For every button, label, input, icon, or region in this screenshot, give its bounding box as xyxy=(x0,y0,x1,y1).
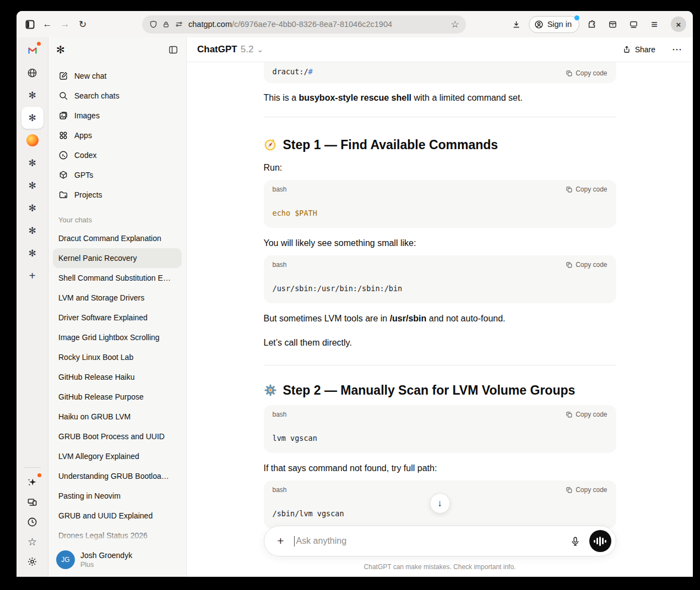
tab-chatgpt-5[interactable]: ✻ xyxy=(21,220,44,242)
message-composer[interactable]: + Ask anything xyxy=(264,526,616,556)
tab-overview-icon[interactable] xyxy=(21,15,39,33)
archive-icon[interactable] xyxy=(604,15,621,33)
copy-code-button[interactable]: Copy code xyxy=(566,411,607,418)
share-icon xyxy=(622,45,631,54)
reload-button[interactable]: ↻ xyxy=(74,15,91,33)
code-block-header: bash Copy code xyxy=(264,180,616,194)
toolbar-right-cluster: Sign in ≡ × xyxy=(508,15,686,33)
chat-list[interactable]: Dracut Command Explanation Kernel Panic … xyxy=(48,228,186,577)
code-text: /usr/sbin:/usr/bin:/sbin:/bin xyxy=(264,269,616,303)
chat-item[interactable]: Understanding GRUB Bootloa… xyxy=(53,466,182,486)
code-language-label: bash xyxy=(273,411,287,418)
url-bar[interactable]: chatgpt.com/c/6976ae7e-4bb0-8326-8ea7-81… xyxy=(142,15,466,34)
user-name: Josh Groendyk xyxy=(80,551,132,560)
scroll-to-bottom-button[interactable]: ↓ xyxy=(430,493,450,513)
sidebar-item-new-chat[interactable]: New chat xyxy=(53,66,182,86)
bookmarks-star-button[interactable]: ☆ xyxy=(21,532,44,551)
tab-chatgpt-4[interactable]: ✻ xyxy=(21,197,44,219)
sidebar-item-search-chats[interactable]: Search chats xyxy=(53,86,182,106)
chat-item[interactable]: Pasting in Neovim xyxy=(53,486,182,506)
bold-text: busybox-style rescue shell xyxy=(299,93,412,102)
waveform-bar xyxy=(605,540,606,543)
new-tab-button[interactable]: + xyxy=(21,265,44,287)
vertical-tab-strip: ✻ ✻ ✻ ✻ ✻ ✻ ✻ + xyxy=(17,37,48,577)
copy-code-button[interactable]: Copy code xyxy=(566,185,607,193)
heading-text: Step 2 — Manually Scan for LVM Volume Gr… xyxy=(283,382,576,398)
collapse-sidebar-icon[interactable] xyxy=(168,45,178,55)
copy-code-button[interactable]: Copy code xyxy=(566,261,607,269)
dictate-mic-icon[interactable] xyxy=(566,532,585,550)
code-block-path-output: bash Copy code /usr/sbin:/usr/bin:/sbin:… xyxy=(264,255,616,303)
window-panel-icon[interactable] xyxy=(625,15,642,33)
paragraph: This is a busybox-style rescue shell wit… xyxy=(264,91,616,105)
extensions-icon[interactable] xyxy=(583,15,600,33)
header-actions: Share ⋯ xyxy=(622,43,682,56)
tab-gmail[interactable] xyxy=(21,39,44,61)
tab-chatgpt-active[interactable]: ✻ xyxy=(21,107,44,129)
copy-code-button[interactable]: Copy code xyxy=(566,69,607,77)
share-button[interactable]: Share xyxy=(622,45,655,54)
chatgpt-icon: ✻ xyxy=(28,112,36,124)
waveform-bar xyxy=(596,538,598,544)
sidebar-item-gpts[interactable]: GPTs xyxy=(53,165,182,185)
chat-item[interactable]: LVM Allegory Explained xyxy=(53,446,182,466)
sidebar-item-images[interactable]: Images xyxy=(53,106,182,125)
chat-item[interactable]: Rocky Linux Boot Lab xyxy=(53,347,182,367)
gear-emoji-icon xyxy=(264,384,277,397)
chat-item[interactable]: Haiku on GRUB LVM xyxy=(53,407,182,427)
sidebar-item-codex[interactable]: Codex xyxy=(53,145,182,165)
url-host: chatgpt.com xyxy=(188,20,232,29)
message-input[interactable]: Ask anything xyxy=(294,536,562,547)
new-chat-icon xyxy=(58,71,68,81)
sidebar-header: ✻ xyxy=(48,37,186,62)
downloads-icon[interactable] xyxy=(508,15,525,33)
ai-chatbot-button[interactable] xyxy=(21,472,44,492)
tab-chatgpt-3[interactable]: ✻ xyxy=(21,174,44,196)
voice-mode-button[interactable] xyxy=(589,530,611,552)
user-profile-row[interactable]: JG Josh Groendyk Plus xyxy=(48,543,186,577)
chatgpt-icon: ✻ xyxy=(28,248,36,259)
chat-item[interactable]: Image Grid Lightbox Scrolling xyxy=(53,327,182,347)
close-window-button[interactable]: × xyxy=(671,17,686,32)
openai-logo-icon[interactable]: ✻ xyxy=(56,43,65,56)
copy-code-button[interactable]: Copy code xyxy=(566,486,607,494)
chat-item[interactable]: LVM and Storage Drivers xyxy=(53,288,182,308)
menu-hamburger-icon[interactable]: ≡ xyxy=(645,15,663,33)
chat-item[interactable]: Driver Software Explained xyxy=(53,308,182,327)
settings-gear-button[interactable] xyxy=(21,551,44,571)
model-version[interactable]: 5.2 xyxy=(241,44,254,55)
attach-plus-icon[interactable]: + xyxy=(272,532,290,550)
disclaimer-text: ChatGPT can make mistakes. Check importa… xyxy=(187,563,693,571)
lock-icon[interactable] xyxy=(162,20,170,29)
chat-item[interactable]: GRUB Boot Process and UUID xyxy=(53,427,182,446)
tab-chatgpt-6[interactable]: ✻ xyxy=(21,242,44,264)
back-button[interactable]: ← xyxy=(39,15,56,33)
permissions-icon[interactable] xyxy=(175,20,183,28)
sign-in-button[interactable]: Sign in xyxy=(529,16,579,33)
chat-item[interactable]: GRUB and UUID Explained xyxy=(53,506,182,526)
code-block-header: bash Copy code xyxy=(264,480,616,494)
chat-item[interactable]: GitHub Release Haiku xyxy=(53,367,182,387)
more-options-icon[interactable]: ⋯ xyxy=(672,43,682,56)
sidebar-item-projects[interactable]: Projects xyxy=(53,185,182,205)
chat-item-selected[interactable]: Kernel Panic Recovery xyxy=(53,248,182,268)
tab-chatgpt-2[interactable]: ✻ xyxy=(21,152,44,174)
chat-item[interactable]: Dracut Command Explanation xyxy=(53,228,182,248)
forward-button[interactable]: → xyxy=(56,15,74,33)
tab-new-blank[interactable] xyxy=(21,62,44,84)
tab-chatgpt-1[interactable]: ✻ xyxy=(21,84,44,106)
code-text: lvm vgscan xyxy=(264,419,616,453)
chat-item[interactable]: GitHub Release Purpose xyxy=(53,387,182,407)
chevron-down-icon[interactable]: ⌄ xyxy=(257,45,263,54)
url-text[interactable]: chatgpt.com/c/6976ae7e-4bb0-8326-8ea7-81… xyxy=(188,20,392,29)
chat-item[interactable]: Shell Command Substitution E… xyxy=(53,268,182,288)
copy-label: Copy code xyxy=(576,486,607,494)
synced-tabs-button[interactable] xyxy=(21,492,44,512)
tab-firefox[interactable] xyxy=(21,129,44,151)
history-clock-button[interactable] xyxy=(21,512,44,532)
shield-icon[interactable] xyxy=(149,20,158,29)
bookmark-star-icon[interactable]: ☆ xyxy=(447,17,463,32)
projects-folder-icon xyxy=(58,190,68,200)
sidebar-item-apps[interactable]: Apps xyxy=(53,125,182,145)
model-selector[interactable]: ChatGPT xyxy=(197,44,237,55)
